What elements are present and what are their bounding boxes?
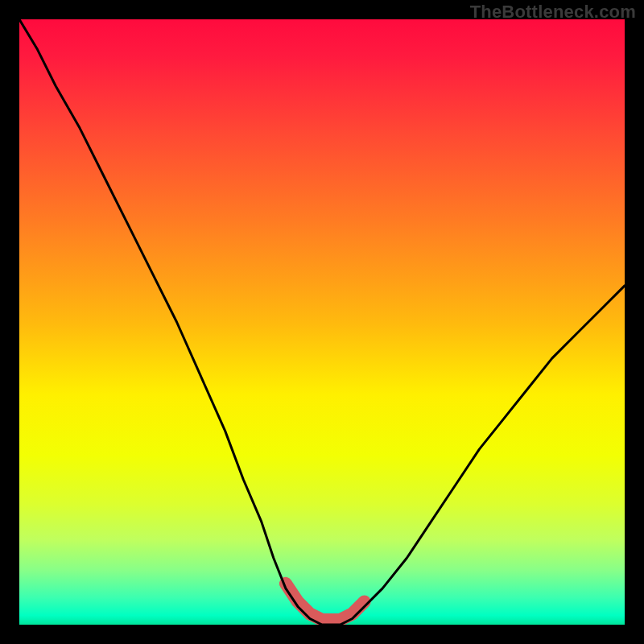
bottleneck-chart xyxy=(19,19,625,625)
gradient-background xyxy=(19,19,625,625)
chart-frame: TheBottleneck.com xyxy=(0,0,644,644)
